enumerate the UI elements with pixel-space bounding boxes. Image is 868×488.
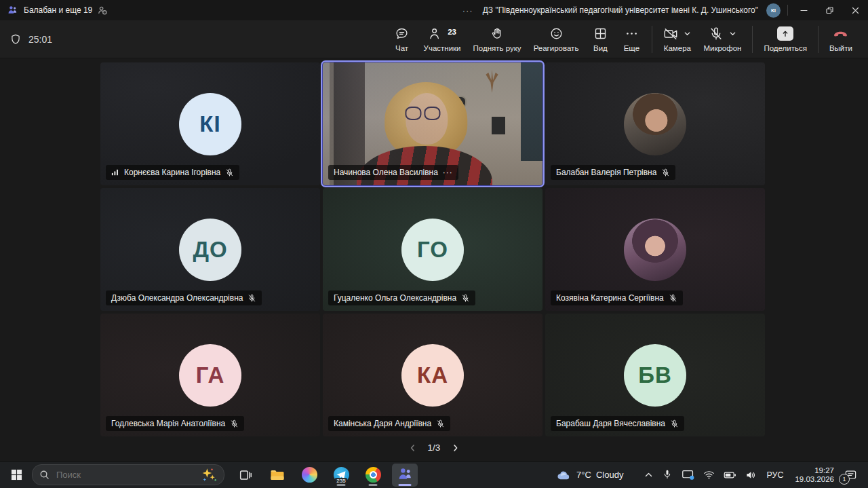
- participant-name: Гуцаленко Ольга Олександрівна: [334, 293, 456, 303]
- tray-battery-button[interactable]: [722, 468, 738, 482]
- telegram-icon: 235: [334, 467, 349, 483]
- search-box[interactable]: [32, 464, 224, 485]
- timer-value: 25:01: [28, 34, 52, 45]
- weather-condition: Cloudy: [596, 470, 623, 480]
- camera-off-icon: [663, 26, 678, 41]
- taskbar-app-file-explorer[interactable]: [264, 464, 290, 487]
- profile-avatar-badge[interactable]: КІ: [766, 3, 781, 18]
- close-button[interactable]: [842, 0, 868, 20]
- avatar-initials: ДО: [179, 219, 241, 281]
- chat-icon: [395, 26, 409, 41]
- chevron-down-icon[interactable]: [729, 30, 736, 37]
- camera-button[interactable]: Камера: [657, 24, 697, 54]
- participant-tile[interactable]: Начинова Олена Василівна···: [323, 62, 542, 185]
- notification-badge: 1: [839, 474, 850, 485]
- participant-tile[interactable]: ГАГодлевська Марія Анатоліївна: [100, 314, 320, 436]
- page-prev-icon[interactable]: [409, 444, 417, 452]
- participant-nameplate: Гуцаленко Ольга Олександрівна: [328, 290, 475, 305]
- participants-button[interactable]: 23 Участники: [418, 24, 467, 54]
- battery-icon: [724, 470, 736, 481]
- chevron-down-icon[interactable]: [684, 30, 691, 37]
- language-indicator[interactable]: РУС: [764, 469, 786, 481]
- microphone-button[interactable]: Микрофон: [697, 24, 747, 54]
- participant-tile[interactable]: Балабан Валерія Петрівна: [545, 62, 765, 185]
- taskbar-app-teams[interactable]: [392, 464, 418, 487]
- avatar-initials: ГА: [179, 344, 241, 407]
- tray-volume-button[interactable]: [744, 468, 757, 482]
- cloud-icon: [556, 468, 572, 481]
- start-button[interactable]: [8, 466, 25, 483]
- participant-tile[interactable]: КІКорнєєва Карина Ігорівна: [100, 62, 320, 185]
- toolbar-divider: [818, 26, 818, 53]
- tray-overflow-button[interactable]: [643, 470, 654, 480]
- title-overflow-icon[interactable]: ···: [462, 5, 473, 16]
- participants-icon: [428, 26, 442, 41]
- volume-indicator-icon: [111, 168, 119, 176]
- chat-button[interactable]: Чат: [387, 24, 418, 54]
- participant-nameplate: Дзюба Олександра Олександрівна: [106, 290, 262, 305]
- avatar-initials: КА: [401, 344, 464, 407]
- weather-widget[interactable]: 7°C Cloudy: [552, 468, 627, 482]
- taskbar-app-copilot[interactable]: [296, 464, 322, 487]
- share-button[interactable]: Поделиться: [757, 24, 813, 54]
- more-button[interactable]: Еще: [616, 24, 647, 54]
- participant-name: Дзюба Олександра Олександрівна: [111, 293, 243, 303]
- participant-nameplate: Начинова Олена Василівна···: [328, 165, 458, 180]
- participants-count: 23: [448, 28, 456, 36]
- grid-pagination: 1/3: [409, 443, 460, 453]
- view-button[interactable]: Вид: [585, 24, 616, 54]
- leave-button[interactable]: Выйти: [823, 24, 859, 54]
- participant-tile[interactable]: КАКамінська Даря Андріївна: [323, 314, 542, 436]
- raise-hand-button[interactable]: Поднять руку: [467, 24, 528, 54]
- participant-grid: КІКорнєєва Карина ІгорівнаНачинова Олена…: [100, 62, 765, 436]
- time-value: 19:27: [795, 466, 834, 475]
- participant-nameplate: Камінська Даря Андріївна: [328, 416, 450, 431]
- mic-muted-icon: [225, 168, 234, 177]
- toolbar-divider: [652, 26, 652, 53]
- smiley-icon: [549, 26, 564, 41]
- minimize-button[interactable]: [791, 0, 816, 20]
- react-button[interactable]: Реагировать: [528, 24, 585, 54]
- meeting-people-icon: [98, 5, 107, 15]
- taskbar-app-telegram[interactable]: 235: [328, 464, 354, 487]
- grid-view-icon: [593, 26, 608, 41]
- restore-button[interactable]: [816, 0, 842, 20]
- mic-muted-icon: [670, 419, 679, 428]
- participant-name: Барабаш Даря Вячеславівна: [556, 419, 665, 428]
- avatar-initials: ГО: [401, 219, 464, 281]
- chrome-icon: [366, 467, 381, 483]
- tray-mic-button[interactable]: [660, 468, 674, 482]
- taskbar-app-task-view[interactable]: [233, 464, 258, 487]
- search-input[interactable]: [55, 469, 195, 481]
- tray-wifi-button[interactable]: [702, 468, 716, 481]
- meeting-stage: КІКорнєєва Карина ІгорівнаНачинова Олена…: [0, 58, 868, 462]
- running-indicator: [399, 484, 412, 486]
- participant-more-button[interactable]: ···: [443, 170, 453, 175]
- meeting-toolbar: 25:01 Чат 23 Участники Поднять руку Реаг…: [0, 20, 868, 58]
- share-icon: [777, 26, 793, 41]
- task-view-icon: [238, 468, 253, 483]
- participant-tile[interactable]: БВБарабаш Даря Вячеславівна: [545, 314, 765, 436]
- cast-icon: [682, 469, 694, 481]
- chevron-up-icon: [644, 471, 653, 478]
- speaker-icon: [745, 470, 756, 481]
- weather-temp: 7°C: [576, 470, 591, 480]
- teams-icon: [397, 466, 414, 483]
- participant-tile[interactable]: Козявіна Катерина Сергіївна: [545, 188, 765, 311]
- participant-tile[interactable]: ДОДзюба Олександра Олександрівна: [100, 188, 320, 311]
- wifi-icon: [703, 470, 715, 480]
- meeting-title: Балабан и еще 19: [24, 5, 92, 15]
- tray-cast-button[interactable]: [680, 468, 696, 482]
- clock-widget[interactable]: 19:27 19.03.2026: [792, 466, 837, 484]
- participant-name: Начинова Олена Василівна: [334, 168, 438, 177]
- teams-app-icon: [7, 5, 18, 16]
- participant-nameplate: Барабаш Даря Вячеславівна: [551, 416, 684, 431]
- notification-center-button[interactable]: 1: [843, 468, 859, 483]
- avatar-initials: БВ: [624, 344, 686, 407]
- raise-hand-icon: [490, 26, 505, 41]
- taskbar-app-chrome[interactable]: [360, 464, 386, 487]
- participant-tile[interactable]: ГОГуцаленко Ольга Олександрівна: [323, 188, 542, 311]
- participant-name: Козявіна Катерина Сергіївна: [556, 293, 664, 303]
- meeting-timer: 25:01: [9, 33, 52, 45]
- page-next-icon[interactable]: [451, 444, 459, 452]
